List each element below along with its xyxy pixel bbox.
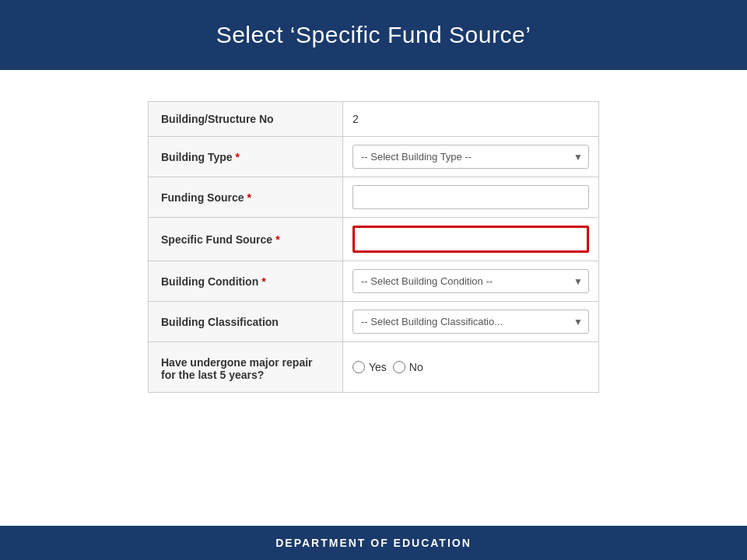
select-building-classification[interactable]: -- Select Building Classificatio...: [352, 310, 589, 334]
page-header: Select ‘Specific Fund Source’: [0, 0, 747, 70]
field-building-structure-no: 2: [343, 102, 598, 136]
footer-text: Department of Education: [16, 537, 731, 549]
radio-option-no[interactable]: No: [393, 361, 423, 373]
field-building-type[interactable]: -- Select Building Type -- ▼: [343, 137, 598, 177]
label-building-structure-no: Building/Structure No: [149, 102, 343, 136]
label-building-type: Building Type *: [149, 137, 343, 177]
radio-no[interactable]: [393, 361, 405, 373]
row-funding-source: Funding Source *: [149, 177, 598, 218]
select-building-condition[interactable]: -- Select Building Condition --: [352, 269, 589, 293]
row-building-type: Building Type * -- Select Building Type …: [149, 137, 598, 177]
radio-yes-label: Yes: [369, 361, 387, 373]
required-marker-building-condition: *: [261, 275, 265, 288]
input-specific-fund-source[interactable]: [352, 226, 589, 253]
field-funding-source[interactable]: [343, 177, 598, 217]
form-container: Building/Structure No 2 Building Type * …: [148, 101, 599, 393]
row-specific-fund-source: Specific Fund Source *: [149, 218, 598, 261]
label-funding-source: Funding Source *: [149, 177, 343, 217]
row-major-repair: Have undergone major repair for the last…: [149, 342, 598, 392]
select-wrapper-building-classification[interactable]: -- Select Building Classificatio... ▼: [352, 310, 589, 334]
label-specific-fund-source: Specific Fund Source *: [149, 218, 343, 261]
select-building-type[interactable]: -- Select Building Type --: [352, 145, 589, 169]
select-wrapper-building-condition[interactable]: -- Select Building Condition -- ▼: [352, 269, 589, 293]
main-content: Building/Structure No 2 Building Type * …: [0, 70, 747, 526]
field-major-repair: Yes No: [343, 342, 598, 392]
value-building-structure-no: 2: [352, 113, 359, 125]
label-major-repair: Have undergone major repair for the last…: [149, 342, 343, 392]
input-funding-source[interactable]: [352, 185, 589, 209]
label-building-classification: Building Classification: [149, 302, 343, 341]
required-marker-building-type: *: [236, 151, 240, 163]
field-building-classification[interactable]: -- Select Building Classificatio... ▼: [343, 302, 598, 341]
required-marker-specific-fund-source: *: [275, 233, 279, 246]
select-wrapper-building-type[interactable]: -- Select Building Type -- ▼: [352, 145, 589, 169]
radio-option-yes[interactable]: Yes: [352, 361, 387, 373]
page-footer: Department of Education: [0, 526, 747, 560]
row-building-condition: Building Condition * -- Select Building …: [149, 261, 598, 302]
radio-yes[interactable]: [352, 361, 365, 373]
required-marker-funding-source: *: [247, 191, 251, 204]
field-specific-fund-source[interactable]: [343, 218, 598, 261]
radio-group-major-repair: Yes No: [352, 361, 423, 373]
row-building-classification: Building Classification -- Select Buildi…: [149, 302, 598, 342]
radio-no-label: No: [409, 361, 423, 373]
label-building-condition: Building Condition *: [149, 261, 343, 301]
row-building-structure-no: Building/Structure No 2: [149, 102, 598, 137]
page-title: Select ‘Specific Fund Source’: [16, 22, 731, 48]
field-building-condition[interactable]: -- Select Building Condition -- ▼: [343, 261, 598, 301]
